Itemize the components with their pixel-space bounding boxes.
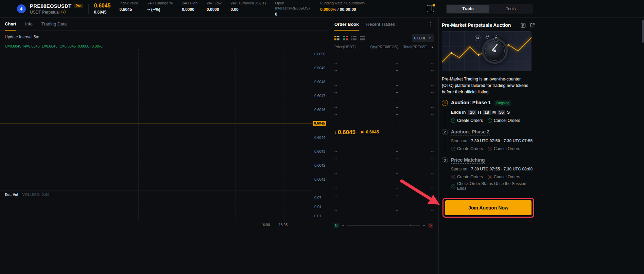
- tab-trading-data[interactable]: Trading Data: [41, 18, 67, 30]
- external-link-icon[interactable]: [530, 23, 535, 28]
- price-axis-label: 0.6046: [314, 107, 325, 112]
- orderbook-bid-row[interactable]: ------: [328, 206, 438, 214]
- tab-chart[interactable]: Chart: [5, 18, 16, 30]
- buy-badge: B: [334, 223, 339, 228]
- more-options-icon[interactable]: ⋮: [428, 21, 434, 27]
- phase-title[interactable]: Auction: Phase 2: [451, 129, 490, 135]
- depth-view-buys-icon[interactable]: [351, 36, 356, 41]
- price-chart[interactable]: Update Interval:5m O=0.6045 H=0.6045 L=0…: [0, 31, 328, 274]
- orderbook-bid-row[interactable]: ------: [328, 169, 438, 177]
- chevron-down-icon: ▼: [431, 46, 434, 49]
- header-divider: [88, 4, 89, 14]
- depth-view-sells-icon[interactable]: [360, 36, 365, 41]
- clock-number-bubble: 12: [485, 33, 490, 39]
- countdown-hours: 20: [468, 110, 476, 115]
- phase-title[interactable]: Price Matching: [451, 157, 485, 164]
- document-icon[interactable]: [521, 23, 526, 28]
- volume-axis-label: 0.07: [314, 196, 321, 200]
- orderbook-bid-row[interactable]: ------: [328, 140, 438, 147]
- funding-rate-value: 0.0000%: [320, 7, 336, 12]
- orderbook-bid-row[interactable]: ------: [328, 191, 438, 199]
- flag-icon: ⚑: [360, 130, 364, 135]
- stat-index-price: Index Price 0.6045: [120, 1, 138, 12]
- volume-pane-divider: [0, 190, 313, 190]
- orderbook-bid-row[interactable]: ------: [328, 147, 438, 155]
- stat-24h-change: 24H Change % -- (--%): [147, 1, 173, 12]
- orderbook-ask-row[interactable]: ------: [328, 81, 438, 89]
- volume-axis-label: 0.04: [314, 205, 321, 209]
- countdown-minutes: 18: [483, 110, 490, 115]
- est-vol-label: Est. Vol: [5, 193, 18, 197]
- phase-permissions: ✓Create Orders✓Cancel Orders: [451, 118, 535, 123]
- orderbook-bid-row[interactable]: ------: [328, 199, 438, 206]
- orderbook-ask-row[interactable]: ------: [328, 66, 438, 74]
- volume-value: VOLUME: 0.00: [22, 193, 50, 197]
- market-stats: Index Price 0.6045 24H Change % -- (--%)…: [120, 1, 365, 17]
- orderbook-ask-row[interactable]: ------: [328, 111, 438, 118]
- stat-24h-high: 24H High 0.0000: [182, 1, 197, 12]
- orderbook-ask-row[interactable]: ------: [328, 96, 438, 103]
- orderbook-bid-row[interactable]: ------: [328, 184, 438, 191]
- buy-sell-ratio: B -- / -- S: [328, 221, 438, 229]
- volume-readout: Est. Vol VOLUME: 0.00: [5, 193, 50, 197]
- orderbook-bid-row[interactable]: ------: [328, 214, 438, 221]
- price-axis-label: 0.6044: [314, 135, 325, 140]
- countdown-seconds: 56: [498, 110, 505, 115]
- phase-permissions: ✓Create Orders✕Cancel Orders: [451, 146, 535, 151]
- depth-view-combined-icon[interactable]: [334, 36, 340, 41]
- col-total[interactable]: Total(PRE08E... ▼: [398, 45, 434, 49]
- auction-panel: Pre-Market Perpetuals Auction 04 12 35: [439, 18, 644, 274]
- layout-toggle-icon[interactable]: [427, 5, 434, 12]
- arrow-down-icon: ↓: [334, 130, 337, 135]
- pre-badge: Pre: [74, 4, 83, 8]
- cross-icon: ✕: [488, 147, 492, 151]
- permission-item: ✓Create Orders: [451, 118, 483, 123]
- symbol-name: PRE08EOSUSDT: [30, 3, 71, 9]
- join-auction-button[interactable]: Join Auction Now: [445, 200, 532, 215]
- symbol-selector[interactable]: PRE08EOSUSDT Pre USDT Perpetual i: [30, 3, 83, 15]
- orderbook-ask-row[interactable]: ------: [328, 118, 438, 125]
- clock-number-bubble: 35: [493, 35, 499, 41]
- orderbook-bid-row[interactable]: ------: [328, 154, 438, 162]
- price-axis-label: 0.6043: [314, 149, 325, 154]
- clock-number-bubble: 04: [475, 35, 481, 41]
- check-icon: ✓: [451, 118, 455, 123]
- time-axis-label: 16:00: [261, 223, 270, 227]
- phase-schedule: Starts on: 7.30 UTC 07:55 - 7.30 UTC 08:…: [451, 167, 535, 171]
- orderbook-bid-row[interactable]: ------: [328, 177, 438, 184]
- info-icon[interactable]: i: [61, 10, 66, 14]
- phase-title[interactable]: Auction: Phase 1: [451, 100, 491, 106]
- clock-gauge: [482, 38, 508, 64]
- chart-tabs: Chart Info Trading Data: [0, 18, 328, 31]
- tick-size-select[interactable]: 0.0001 ▼: [412, 34, 434, 42]
- ohlc-readout: O=0.6045 H=0.6045 L=0.6045 C=0.6045 0.00…: [5, 44, 104, 48]
- tab-info[interactable]: Info: [25, 18, 33, 30]
- permission-item: ✕Cancel Orders: [488, 175, 520, 179]
- orderbook-ask-row[interactable]: ------: [328, 52, 438, 59]
- orderbook-ask-row[interactable]: ------: [328, 59, 438, 67]
- tab-order-book[interactable]: Order Book: [334, 18, 359, 31]
- auction-description: Pre-Market Trading is an over-the-counte…: [442, 76, 533, 95]
- orderbook-ask-row[interactable]: ------: [328, 103, 438, 111]
- tab-trade[interactable]: Trade: [447, 5, 489, 13]
- orderbook-ask-row[interactable]: ------: [328, 74, 438, 81]
- last-price-tag: 0.6045: [313, 121, 326, 126]
- tab-tools[interactable]: Tools: [489, 5, 532, 13]
- tab-recent-trades[interactable]: Recent Trades: [366, 18, 395, 31]
- phase-number: 2: [442, 129, 448, 135]
- orderbook-bid-row[interactable]: ------: [328, 162, 438, 169]
- auction-phases: 1 Auction: Phase 1 Ongoing Ends in 20 H …: [442, 100, 535, 197]
- last-price: 0.6045: [94, 3, 111, 9]
- stat-funding-rate: Funding Rate / Countdown 0.0000% / 00:00…: [320, 1, 365, 12]
- orderbook-panel: Order Book Recent Trades ⋮ 0.0001 ▼ Pric…: [328, 18, 439, 274]
- sell-ratio-value: --: [423, 223, 425, 227]
- phase-1: 1 Auction: Phase 1 Ongoing Ends in 20 H …: [442, 100, 535, 129]
- ongoing-badge: Ongoing: [494, 101, 511, 106]
- app-logo-icon[interactable]: [17, 4, 26, 13]
- scrollbar-thumb[interactable]: [642, 20, 644, 43]
- indicative-price[interactable]: 0.6045: [366, 130, 379, 135]
- orderbook-ask-row[interactable]: ------: [328, 88, 438, 96]
- gridline-vertical: [138, 49, 139, 221]
- depth-view-split-icon[interactable]: [343, 36, 348, 41]
- last-traded-price[interactable]: ↓ 0.6045: [334, 129, 355, 136]
